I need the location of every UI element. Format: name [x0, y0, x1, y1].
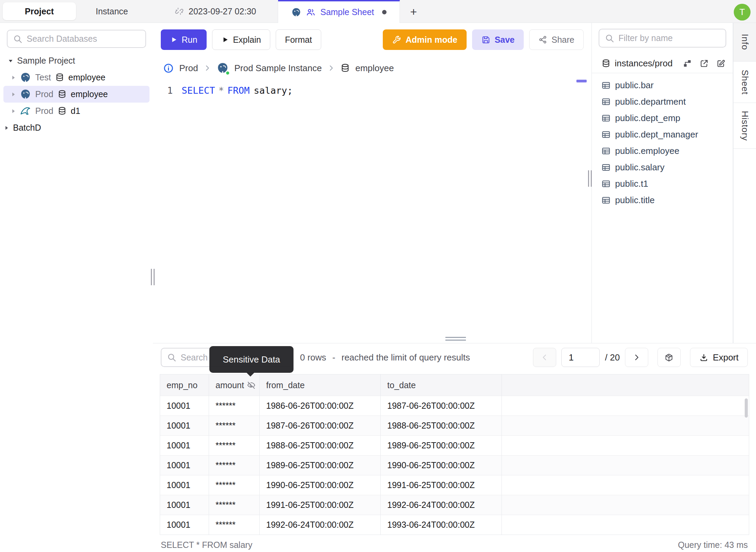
cell-from-date[interactable]: 1991-06-25T00:00:00Z: [260, 495, 381, 515]
tab-sheet[interactable]: Sheet: [733, 62, 756, 103]
tree-node-prod-employee[interactable]: Prod employee: [3, 86, 149, 103]
external-link-icon[interactable]: [700, 59, 709, 68]
chevron-right-icon: [204, 64, 211, 72]
edit-icon[interactable]: [716, 59, 726, 68]
cell-emp-no[interactable]: 10001: [160, 475, 209, 495]
caret-right-icon[interactable]: [11, 92, 16, 97]
column-header-from-date[interactable]: from_date: [260, 374, 381, 396]
new-tab-button[interactable]: +: [406, 4, 421, 19]
filter-input[interactable]: [618, 33, 720, 43]
grid-scrollbar[interactable]: [745, 398, 748, 418]
tab-project[interactable]: Project: [3, 2, 76, 20]
cell-from-date[interactable]: 1988-06-25T00:00:00Z: [260, 436, 381, 455]
cell-emp-no[interactable]: 10001: [160, 456, 209, 475]
export-button[interactable]: Export: [690, 348, 748, 367]
breadcrumb-instance[interactable]: Prod Sample Instance: [234, 63, 322, 74]
cell-amount-masked[interactable]: ******: [209, 416, 260, 435]
info-icon[interactable]: [163, 63, 174, 74]
cell-from-date[interactable]: 1989-06-25T00:00:00Z: [260, 456, 381, 475]
table-row[interactable]: 10001 ****** 1992-06-24T00:00:00Z 1993-0…: [160, 515, 749, 535]
caret-down-icon[interactable]: [8, 58, 13, 63]
cell-from-date[interactable]: 1986-06-26T00:00:00Z: [260, 396, 381, 416]
run-button[interactable]: Run: [161, 29, 207, 50]
cell-to-date[interactable]: 1990-06-25T00:00:00Z: [381, 456, 502, 475]
table-list-item[interactable]: public.department: [592, 93, 733, 110]
tab-instance[interactable]: Instance: [79, 0, 144, 23]
cell-amount-masked[interactable]: ******: [209, 475, 260, 495]
table-row[interactable]: 10001 ****** 1989-06-25T00:00:00Z 1990-0…: [160, 455, 749, 475]
panel-resize-handle[interactable]: [588, 170, 592, 187]
table-list-item[interactable]: public.salary: [592, 159, 733, 175]
table-row[interactable]: 10001 ****** 1986-06-26T00:00:00Z 1987-0…: [160, 396, 749, 416]
cell-emp-no[interactable]: 10001: [160, 436, 209, 455]
schema-diagram-icon[interactable]: [683, 59, 692, 68]
cell-from-date[interactable]: 1992-06-24T00:00:00Z: [260, 515, 381, 535]
avatar[interactable]: T: [734, 4, 751, 21]
breadcrumb-database[interactable]: employee: [355, 63, 394, 74]
tree-node-project[interactable]: Sample Project: [0, 52, 153, 69]
cell-to-date[interactable]: 1989-06-25T00:00:00Z: [381, 436, 502, 455]
cell-amount-masked[interactable]: ******: [209, 436, 260, 455]
play-icon: [170, 36, 178, 43]
sheet-tab-sample-sheet[interactable]: Sample Sheet: [278, 0, 400, 23]
share-button[interactable]: Share: [529, 29, 584, 50]
next-page-button[interactable]: [625, 348, 648, 367]
table-row[interactable]: 10001 ****** 1991-06-25T00:00:00Z 1992-0…: [160, 495, 749, 515]
cell-emp-no[interactable]: 10001: [160, 495, 209, 515]
admin-mode-button[interactable]: Admin mode: [383, 29, 466, 50]
cell-to-date[interactable]: 1987-06-26T00:00:00Z: [381, 396, 502, 416]
prev-page-button[interactable]: [533, 348, 556, 367]
cell-emp-no[interactable]: 10001: [160, 515, 209, 535]
column-header-emp-no[interactable]: emp_no: [160, 374, 209, 396]
save-button[interactable]: Save: [472, 29, 524, 50]
table-row[interactable]: 10001 ****** 1987-06-26T00:00:00Z 1988-0…: [160, 416, 749, 435]
cell-amount-masked[interactable]: ******: [209, 456, 260, 475]
table-row[interactable]: 10001 ****** 1988-06-25T00:00:00Z 1989-0…: [160, 435, 749, 455]
tab-info[interactable]: Info: [733, 23, 756, 62]
caret-right-icon[interactable]: [11, 109, 16, 114]
cell-to-date[interactable]: 1988-06-25T00:00:00Z: [381, 416, 502, 435]
sidebar-resize-handle[interactable]: [151, 269, 155, 285]
cell-from-date[interactable]: 1987-06-26T00:00:00Z: [260, 416, 381, 435]
format-button[interactable]: Format: [276, 29, 321, 50]
column-header-amount[interactable]: amount: [209, 374, 260, 396]
cell-amount-masked[interactable]: ******: [209, 495, 260, 515]
eye-off-icon[interactable]: [247, 381, 256, 390]
cell-amount-masked[interactable]: ******: [209, 515, 260, 535]
cell-to-date[interactable]: 1991-06-25T00:00:00Z: [381, 475, 502, 495]
table-list-item[interactable]: public.employee: [592, 143, 733, 159]
data-masking-button[interactable]: [657, 348, 681, 367]
cell-from-date[interactable]: 1990-06-25T00:00:00Z: [260, 475, 381, 495]
page-number-input[interactable]: [561, 348, 600, 367]
tree-node-test-employee[interactable]: Test employee: [3, 69, 149, 86]
cell-emp-no[interactable]: 10001: [160, 416, 209, 435]
cell-amount-masked[interactable]: ******: [209, 396, 260, 416]
tab-history-label: History: [740, 111, 750, 141]
cell-to-date[interactable]: 1993-06-24T00:00:00Z: [381, 515, 502, 535]
tab-history[interactable]: History: [733, 103, 756, 149]
tree-node-prod-d1[interactable]: Prod d1: [3, 103, 149, 119]
table-list-item[interactable]: public.dept_emp: [592, 110, 733, 126]
database-search[interactable]: [7, 30, 146, 48]
side-tab-strip: Info Sheet History: [733, 23, 756, 343]
cell-filler: [502, 475, 749, 495]
caret-right-icon[interactable]: [11, 75, 16, 80]
table-list-item[interactable]: public.title: [592, 192, 733, 208]
tree-node-batchd[interactable]: BatchD: [0, 119, 153, 136]
explain-button[interactable]: Explain: [212, 29, 270, 50]
results-resize-handle[interactable]: [445, 337, 466, 341]
table-row[interactable]: 10001 ****** 1990-06-25T00:00:00Z 1991-0…: [160, 475, 749, 495]
sheet-tab-timestamp[interactable]: 2023-09-27 02:30: [153, 0, 278, 23]
table-list-item[interactable]: public.t1: [592, 175, 733, 192]
breadcrumb-env[interactable]: Prod: [179, 63, 198, 74]
column-header-to-date[interactable]: to_date: [381, 374, 502, 396]
sql-editor-line[interactable]: 1 SELECT * FROM salary;: [153, 82, 293, 98]
cell-to-date[interactable]: 1992-06-24T00:00:00Z: [381, 495, 502, 515]
table-list-item[interactable]: public.dept_manager: [592, 126, 733, 143]
editor-scroll-indicator[interactable]: [576, 80, 587, 82]
filter-box[interactable]: [599, 29, 726, 48]
caret-right-icon[interactable]: [4, 126, 9, 130]
cell-emp-no[interactable]: 10001: [160, 396, 209, 416]
database-search-input[interactable]: [27, 34, 140, 44]
table-list-item[interactable]: public.bar: [592, 77, 733, 93]
